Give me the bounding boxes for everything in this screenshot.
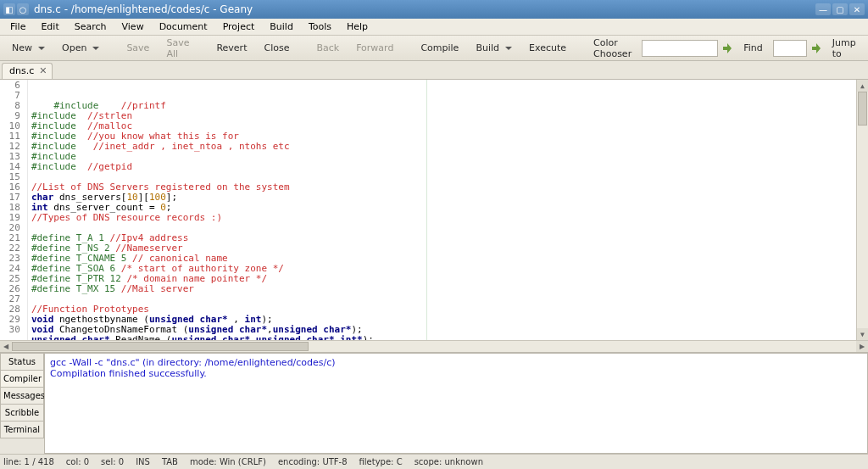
status-tab: TAB xyxy=(162,457,178,466)
save-button[interactable]: Save xyxy=(120,40,156,56)
new-button[interactable]: New xyxy=(5,40,52,56)
wm-left-icons: ◧ ○ xyxy=(3,3,29,15)
menu-document[interactable]: Document xyxy=(153,20,214,34)
status-col: col: 0 xyxy=(66,457,89,466)
bottom-tab-messages[interactable]: Messages xyxy=(0,387,44,405)
jump-input[interactable] xyxy=(773,40,807,57)
app-pin-icon[interactable]: ○ xyxy=(17,3,29,15)
compiler-line: gcc -Wall -c "dns.c" (in directory: /hom… xyxy=(50,357,862,368)
menu-edit[interactable]: Edit xyxy=(34,20,65,34)
maximize-button[interactable]: ▢ xyxy=(832,3,848,15)
menu-help[interactable]: Help xyxy=(340,20,375,34)
save-all-button[interactable]: Save All xyxy=(159,35,196,62)
forward-button[interactable]: Forward xyxy=(349,40,400,56)
jump-go-icon[interactable] xyxy=(810,42,822,54)
status-mode: mode: Win (CRLF) xyxy=(190,457,266,466)
minimize-button[interactable]: — xyxy=(815,3,831,15)
jumpto-button[interactable]: Jump to xyxy=(826,35,863,62)
revert-button[interactable]: Revert xyxy=(209,40,253,56)
close-window-button[interactable]: ✕ xyxy=(849,3,865,15)
execute-button[interactable]: Execute xyxy=(522,40,573,56)
bottom-tab-status[interactable]: Status xyxy=(0,353,44,371)
compiler-line: Compilation finished successfully. xyxy=(50,368,862,379)
scroll-thumb[interactable] xyxy=(858,92,867,126)
status-filetype: filetype: C xyxy=(359,457,403,466)
menu-search[interactable]: Search xyxy=(68,20,114,34)
scroll-up-icon[interactable]: ▲ xyxy=(857,80,868,92)
menu-tools[interactable]: Tools xyxy=(302,20,338,34)
bottom-tab-scribble[interactable]: Scribble xyxy=(0,404,44,422)
editor-area: 6 7 8 9 10 11 12 13 14 15 16 17 18 19 20… xyxy=(0,80,868,352)
app-menu-icon[interactable]: ◧ xyxy=(3,3,15,15)
menu-build[interactable]: Build xyxy=(263,20,300,34)
menu-file[interactable]: File xyxy=(3,20,32,34)
horizontal-scrollbar[interactable]: ◀ ▶ xyxy=(0,340,868,352)
bottom-tab-compiler[interactable]: Compiler xyxy=(0,370,44,388)
tab-label: dns.c xyxy=(9,65,34,76)
scroll-right-icon[interactable]: ▶ xyxy=(856,341,868,352)
find-button[interactable]: Find xyxy=(737,40,770,56)
find-input[interactable] xyxy=(642,40,718,57)
bottom-tabs: StatusCompilerMessagesScribbleTerminal xyxy=(0,353,44,454)
find-go-icon[interactable] xyxy=(721,42,733,54)
menu-view[interactable]: View xyxy=(115,20,151,34)
back-button[interactable]: Back xyxy=(309,40,346,56)
scroll-left-icon[interactable]: ◀ xyxy=(0,341,12,352)
menubar: FileEditSearchViewDocumentProjectBuildTo… xyxy=(0,19,868,36)
compile-button[interactable]: Compile xyxy=(414,40,465,56)
editor-tab[interactable]: dns.c ✕ xyxy=(2,63,53,79)
vertical-scrollbar[interactable]: ▲ ▼ xyxy=(856,80,868,340)
open-button[interactable]: Open xyxy=(55,40,106,56)
bottom-panel: StatusCompilerMessagesScribbleTerminal g… xyxy=(0,352,868,454)
close-icon[interactable]: ✕ xyxy=(39,65,47,76)
compiler-output[interactable]: gcc -Wall -c "dns.c" (in directory: /hom… xyxy=(44,353,868,454)
color-chooser-button[interactable]: Color Chooser xyxy=(587,35,638,62)
toolbar: New Open Save Save All Revert Close Back… xyxy=(0,36,868,61)
code-view[interactable]: #include //printf #include //strlen #inc… xyxy=(28,80,856,340)
status-sel: sel: 0 xyxy=(101,457,124,466)
window-title: dns.c - /home/enlightened/codes/c - Gean… xyxy=(34,3,815,15)
status-ins: INS xyxy=(136,457,150,466)
status-line: line: 1 / 418 xyxy=(3,457,54,466)
editor-tabstrip: dns.c ✕ xyxy=(0,61,868,80)
close-button[interactable]: Close xyxy=(257,40,296,56)
line-gutter: 6 7 8 9 10 11 12 13 14 15 16 17 18 19 20… xyxy=(0,80,28,340)
window-titlebar: ◧ ○ dns.c - /home/enlightened/codes/c - … xyxy=(0,0,868,19)
menu-project[interactable]: Project xyxy=(216,20,262,34)
status-scope: scope: unknown xyxy=(415,457,483,466)
scroll-thumb[interactable] xyxy=(12,342,309,351)
statusbar: line: 1 / 418 col: 0 sel: 0 INS TAB mode… xyxy=(0,454,868,469)
status-enc: encoding: UTF-8 xyxy=(278,457,348,466)
long-line-marker xyxy=(426,80,427,340)
scroll-down-icon[interactable]: ▼ xyxy=(857,328,868,340)
build-button[interactable]: Build xyxy=(469,40,519,56)
bottom-tab-terminal[interactable]: Terminal xyxy=(0,421,44,438)
